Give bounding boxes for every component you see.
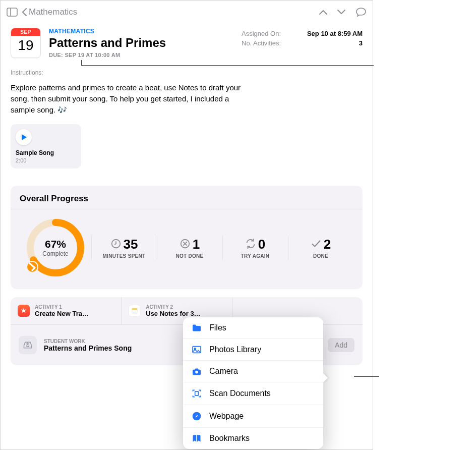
sidebar-toggle-icon[interactable] [7, 8, 18, 17]
popover-webpage-label: Webpage [209, 412, 244, 421]
popover-arrow [323, 373, 328, 383]
header-meta: Assigned On: Sep 10 at 8:59 AM No. Activ… [242, 29, 363, 48]
activity-2-label: ACTIVITY 2 [146, 304, 200, 310]
scan-icon [191, 388, 202, 399]
activities-count-label: No. Activities: [242, 39, 281, 47]
popover-camera-label: Camera [209, 367, 238, 376]
progress-check-badge [26, 261, 38, 273]
notes-icon [129, 305, 141, 317]
toolbar: Mathematics [1, 1, 373, 24]
stat-try-again-label: TRY AGAIN [224, 253, 286, 259]
add-popover: Files Photos Library Camera Scan Documen… [183, 317, 323, 449]
instructions-text: Explore patterns and primes to create a … [11, 82, 248, 115]
instructions-section: Instructions: Explore patterns and prime… [1, 58, 373, 115]
svg-rect-9 [132, 308, 138, 310]
popover-bookmarks[interactable]: Bookmarks [183, 427, 323, 449]
progress-card: Overall Progress 67% Complete [11, 186, 363, 289]
activity-2-title: Use Notes for 3… [146, 310, 200, 317]
stat-minutes-value: 35 [124, 237, 138, 252]
play-icon[interactable] [16, 129, 32, 145]
bookmark-icon [191, 434, 202, 443]
attachment-card[interactable]: Sample Song 2:00 [11, 124, 81, 168]
progress-percent: 67% [45, 238, 66, 250]
back-button[interactable]: Mathematics [22, 7, 77, 17]
not-done-icon [180, 238, 191, 251]
garageband-icon [18, 305, 30, 317]
stat-not-done-label: NOT DONE [159, 253, 220, 259]
add-button[interactable]: Add [328, 338, 354, 352]
activities-count-value: 3 [359, 39, 363, 47]
popover-bookmarks-label: Bookmarks [209, 434, 250, 443]
comment-icon[interactable] [355, 7, 367, 17]
callout-line-2 [354, 376, 379, 377]
activity-1-title: Create New Tra… [35, 310, 89, 317]
stat-done: 2 DONE [288, 234, 353, 262]
popover-photos[interactable]: Photos Library [183, 339, 323, 360]
instructions-label: Instructions: [11, 69, 363, 76]
attachment-name: Sample Song [16, 149, 76, 156]
chevron-up-icon[interactable] [318, 9, 328, 16]
back-label: Mathematics [29, 7, 77, 17]
calendar-month: SEP [11, 28, 40, 36]
svg-rect-15 [195, 391, 199, 396]
popover-camera[interactable]: Camera [183, 360, 323, 382]
stat-not-done: 1 NOT DONE [157, 234, 222, 262]
callout-line [81, 65, 374, 66]
assigned-on-label: Assigned On: [242, 30, 281, 37]
student-work-label: STUDENT WORK [44, 339, 132, 344]
stat-try-again: 0 TRY AGAIN [222, 234, 288, 262]
assigned-on-value: Sep 10 at 8:59 AM [307, 30, 363, 37]
popover-webpage[interactable]: Webpage [183, 405, 323, 427]
photos-icon [191, 346, 202, 354]
activity-1-label: ACTIVITY 1 [35, 304, 89, 310]
due-label: DUE: SEP 19 AT 10:00 AM [49, 52, 363, 58]
student-work-title: Patterns and Primes Song [44, 344, 132, 352]
app-window: Mathematics SEP 19 MATHEMATICS Patterns … [0, 0, 373, 450]
activity-1[interactable]: ACTIVITY 1 Create New Tra… [11, 297, 121, 324]
stat-done-label: DONE [290, 253, 351, 259]
folder-icon [191, 324, 202, 332]
refresh-icon [245, 238, 256, 251]
check-icon [311, 238, 322, 251]
chevron-down-icon[interactable] [336, 9, 346, 16]
stat-try-again-value: 0 [258, 237, 265, 252]
attachment-duration: 2:00 [16, 157, 76, 163]
clock-icon [110, 238, 122, 251]
assignment-header: SEP 19 MATHEMATICS Patterns and Primes D… [1, 24, 373, 58]
popover-files-label: Files [209, 323, 226, 332]
camera-icon [191, 367, 202, 375]
progress-complete-label: Complete [42, 250, 68, 257]
calendar-tile: SEP 19 [11, 28, 41, 58]
inbox-icon [19, 336, 37, 354]
stat-minutes-label: MINUTES SPENT [93, 253, 155, 259]
popover-scan-label: Scan Documents [209, 389, 271, 398]
svg-rect-0 [7, 8, 17, 16]
popover-files[interactable]: Files [183, 317, 323, 339]
popover-photos-label: Photos Library [209, 345, 261, 354]
stat-not-done-value: 1 [193, 237, 200, 252]
stat-minutes: 35 MINUTES SPENT [91, 234, 157, 262]
calendar-day: 19 [11, 36, 40, 55]
popover-scan[interactable]: Scan Documents [183, 382, 323, 405]
stat-done-value: 2 [324, 237, 331, 252]
progress-donut: 67% Complete [25, 217, 86, 278]
svg-point-14 [195, 371, 198, 374]
compass-icon [191, 411, 202, 421]
callout-anchor [81, 60, 82, 65]
progress-title: Overall Progress [20, 194, 353, 204]
